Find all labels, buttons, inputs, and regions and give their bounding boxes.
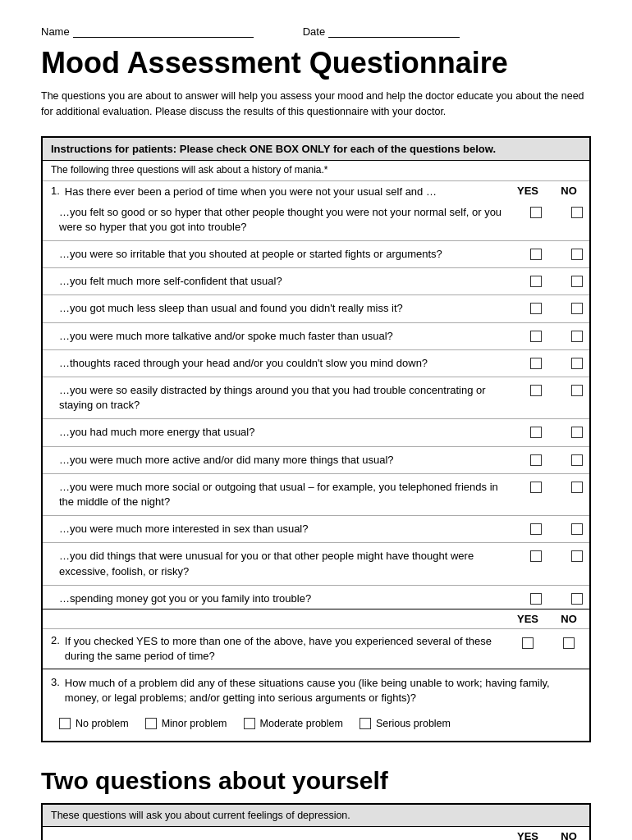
checkbox-group bbox=[524, 274, 589, 287]
no-checkbox[interactable] bbox=[571, 593, 583, 605]
sub-question-row: …you got much less sleep than usual and … bbox=[43, 299, 589, 318]
yes-checkbox[interactable] bbox=[530, 385, 542, 396]
s2-yes-label: YES bbox=[515, 830, 540, 840]
sub-question-row: …you were much more talkative and/or spo… bbox=[43, 326, 589, 346]
page-title: Mood Assessment Questionnaire bbox=[41, 46, 591, 80]
yes-checkbox[interactable] bbox=[530, 427, 542, 438]
no-checkbox[interactable] bbox=[571, 523, 583, 535]
sub-questions-list: …you felt so good or so hyper that other… bbox=[43, 203, 589, 609]
no-checkbox-cell bbox=[565, 329, 589, 342]
yes-checkbox[interactable] bbox=[530, 331, 542, 342]
no-checkbox-cell bbox=[565, 549, 589, 562]
yes-checkbox-cell bbox=[524, 205, 548, 218]
second-section-title: Two questions about yourself bbox=[41, 767, 591, 795]
yes-checkbox-cell bbox=[524, 274, 548, 287]
yn-repeat-header: YES NO bbox=[43, 609, 589, 628]
no-checkbox[interactable] bbox=[571, 358, 583, 369]
sub-question-row: …you had much more energy that usual? bbox=[43, 422, 589, 442]
yes-checkbox[interactable] bbox=[530, 454, 542, 466]
sub-question-row: …you felt so good or so hyper that other… bbox=[43, 203, 589, 237]
date-label: Date bbox=[303, 25, 325, 38]
sub-q-text: …you were much more active and/or did ma… bbox=[59, 453, 524, 468]
minor-problem-checkbox[interactable] bbox=[145, 718, 157, 729]
serious-problem-label: Serious problem bbox=[376, 718, 451, 729]
intro-text: The questions you are about to answer wi… bbox=[41, 89, 591, 120]
q2-yes-checkbox[interactable] bbox=[522, 637, 534, 649]
sub-q-text: …you were so irritable that you shouted … bbox=[59, 247, 524, 262]
yes-repeat-label: YES bbox=[515, 613, 540, 625]
yes-checkbox[interactable] bbox=[530, 207, 542, 218]
q2-no-cell bbox=[556, 636, 581, 649]
yes-checkbox-cell bbox=[524, 549, 548, 562]
q2-no-checkbox[interactable] bbox=[563, 637, 575, 649]
no-checkbox-cell bbox=[565, 356, 589, 369]
checkbox-group bbox=[524, 205, 589, 218]
yes-checkbox[interactable] bbox=[530, 358, 542, 369]
q1-number: 1. bbox=[51, 185, 60, 197]
yes-checkbox[interactable] bbox=[530, 276, 542, 287]
yes-checkbox[interactable] bbox=[530, 593, 542, 605]
moderate-problem-checkbox[interactable] bbox=[244, 718, 255, 729]
no-header-label: NO bbox=[556, 185, 581, 197]
main-questionnaire-box: Instructions for patients: Please check … bbox=[41, 136, 591, 742]
no-checkbox[interactable] bbox=[571, 331, 583, 342]
date-input-line bbox=[328, 25, 460, 38]
sub-question-row: …thoughts raced through your head and/or… bbox=[43, 354, 589, 373]
no-checkbox-cell bbox=[565, 274, 589, 287]
second-box-header: These questions will ask you about curre… bbox=[43, 805, 589, 827]
no-checkbox[interactable] bbox=[571, 249, 583, 260]
no-checkbox[interactable] bbox=[571, 303, 583, 314]
yes-checkbox[interactable] bbox=[530, 523, 542, 535]
yes-checkbox[interactable] bbox=[530, 249, 542, 260]
no-checkbox[interactable] bbox=[571, 482, 583, 493]
no-checkbox[interactable] bbox=[571, 550, 583, 562]
no-problem-checkbox[interactable] bbox=[59, 718, 71, 729]
no-checkbox-cell bbox=[565, 480, 589, 493]
name-label: Name bbox=[41, 25, 70, 38]
q3-number: 3. bbox=[51, 676, 60, 688]
no-checkbox[interactable] bbox=[571, 427, 583, 438]
sub-q-text: …you had much more energy that usual? bbox=[59, 425, 524, 440]
checkbox-group bbox=[524, 591, 589, 605]
no-checkbox[interactable] bbox=[571, 276, 583, 287]
checkbox-group bbox=[524, 480, 589, 493]
s2-no-label: NO bbox=[556, 830, 581, 840]
yes-checkbox-cell bbox=[524, 480, 548, 493]
problem-options: No problem Minor problem Moderate proble… bbox=[51, 713, 581, 734]
no-checkbox[interactable] bbox=[571, 454, 583, 466]
q2-yes-cell bbox=[515, 636, 540, 649]
no-checkbox-cell bbox=[565, 383, 589, 396]
yes-checkbox[interactable] bbox=[530, 482, 542, 493]
yes-checkbox[interactable] bbox=[530, 303, 542, 314]
s2-yn-header: YES NO bbox=[43, 827, 589, 840]
yes-checkbox-cell bbox=[524, 329, 548, 342]
checkbox-group bbox=[524, 329, 589, 342]
checkbox-group bbox=[524, 425, 589, 438]
yes-checkbox-cell bbox=[524, 356, 548, 369]
no-checkbox-cell bbox=[565, 247, 589, 260]
second-questionnaire-box: These questions will ask you about curre… bbox=[41, 803, 591, 840]
q2-text: If you checked YES to more than one of t… bbox=[65, 634, 507, 664]
no-checkbox[interactable] bbox=[571, 385, 583, 396]
instructions-text: Instructions for patients: Please check … bbox=[51, 143, 496, 155]
q1-text: Has there ever been a period of time whe… bbox=[65, 185, 507, 199]
sub-q-text: …you were so easily distracted by things… bbox=[59, 383, 524, 413]
date-field: Date bbox=[303, 25, 460, 38]
no-checkbox-cell bbox=[565, 591, 589, 605]
checkbox-group bbox=[524, 247, 589, 260]
yes-checkbox[interactable] bbox=[530, 550, 542, 562]
name-field: Name bbox=[41, 25, 254, 38]
sub-q-text: …you did things that were unusual for yo… bbox=[59, 549, 524, 578]
sub-q-text: …you were much more talkative and/or spo… bbox=[59, 329, 524, 344]
no-checkbox-cell bbox=[565, 453, 589, 466]
q3-text: How much of a problem did any of these s… bbox=[65, 676, 581, 705]
sub-question-row: …you did things that were unusual for yo… bbox=[43, 546, 589, 581]
no-problem-label: No problem bbox=[76, 718, 129, 729]
serious-problem-checkbox[interactable] bbox=[360, 718, 371, 729]
sub-q-text: …thoughts raced through your head and/or… bbox=[59, 356, 524, 371]
no-checkbox[interactable] bbox=[571, 207, 583, 218]
q2-number: 2. bbox=[51, 634, 60, 646]
checkbox-group bbox=[524, 301, 589, 314]
sub-q-text: …you were much more social or outgoing t… bbox=[59, 480, 524, 509]
sub-question-row: …you were much more social or outgoing t… bbox=[43, 477, 589, 512]
